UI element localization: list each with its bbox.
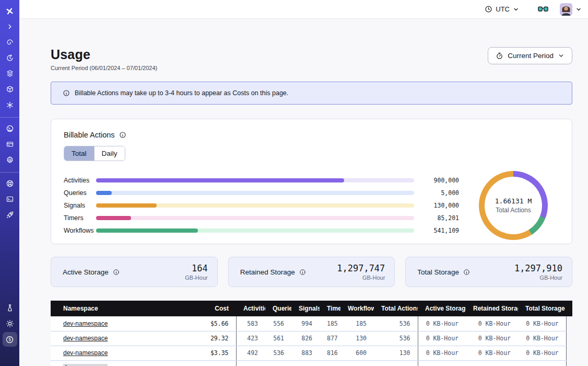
- sidebar-divider: [0, 117, 19, 118]
- chevron-down-icon: [558, 52, 565, 59]
- sidebar: $: [0, 0, 19, 366]
- queries-cell: 556: [265, 316, 291, 331]
- table-row: dev-namespace 29.32 423 561 826 877 130 …: [51, 331, 572, 346]
- info-icon[interactable]: [119, 131, 126, 139]
- signals-cell: 994: [291, 316, 320, 331]
- nexus-icon[interactable]: [3, 98, 17, 112]
- bar-row-queries: Queries 5,000: [64, 189, 459, 197]
- stopwatch-icon: [496, 52, 503, 60]
- storage-card-label: Active Storage: [63, 268, 109, 276]
- timers-cell: 816: [320, 346, 340, 360]
- table-row: dev-namespace: [51, 360, 572, 366]
- storage-value: 1,297,747: [337, 264, 385, 273]
- queries-cell: 561: [265, 331, 291, 346]
- bar-value: 5,000: [421, 189, 459, 197]
- bar-fill: [96, 191, 112, 195]
- activities-cell: 423: [236, 331, 265, 346]
- user-avatar[interactable]: [560, 3, 572, 16]
- support-icon[interactable]: [3, 177, 17, 190]
- namespace-link[interactable]: dev-namespace: [63, 335, 108, 342]
- cost-cell: $3.35: [184, 346, 236, 360]
- billing-icon[interactable]: [3, 138, 17, 151]
- table-row: dev-namespace $5.66 583 556 994 185 185 …: [51, 316, 572, 331]
- workflows-cell: 130: [340, 331, 374, 346]
- temporal-logo-icon[interactable]: [3, 4, 17, 18]
- bar-value: 130,000: [421, 202, 459, 209]
- table-header-row: Namespace Cost Activities Queries Signal…: [51, 301, 572, 316]
- usage-icon[interactable]: [3, 122, 17, 135]
- getting-started-rocket-icon[interactable]: [3, 208, 17, 222]
- period-dropdown-button[interactable]: Current Period: [488, 47, 572, 64]
- chevron-down-icon[interactable]: [575, 6, 582, 13]
- info-icon[interactable]: [113, 269, 120, 276]
- tab-total[interactable]: Total: [64, 146, 94, 161]
- billable-actions-title: Billable Actions: [64, 131, 115, 139]
- storage-value: 1,297,910: [514, 264, 562, 273]
- bar-value: 900,000: [421, 177, 459, 184]
- console-icon[interactable]: [3, 192, 17, 206]
- tab-daily[interactable]: Daily: [94, 146, 125, 161]
- page-subtitle: Current Period (06/01/2024 – 07/01/2024): [51, 65, 157, 71]
- timezone-label: UTC: [496, 5, 510, 13]
- column-header-signals: Signals: [291, 301, 320, 316]
- theme-sun-icon[interactable]: [3, 317, 17, 330]
- bar-track: [96, 178, 414, 182]
- column-header-active-storage: Active Storage: [418, 301, 466, 316]
- sidebar-divider: [0, 172, 19, 173]
- cost-cell: $5.66: [184, 316, 236, 331]
- bar-track: [96, 216, 414, 220]
- bar-track: [96, 228, 414, 233]
- total-storage-cell: 0 KB-Hour: [518, 346, 566, 360]
- bar-fill: [96, 216, 131, 220]
- namespace-link[interactable]: dev-namespace: [63, 364, 108, 366]
- bar-value: 85,201: [421, 214, 459, 222]
- column-header-queries: Queries: [265, 301, 291, 316]
- bar-label: Workflows: [64, 227, 96, 234]
- column-header-total-storage: Total Storage: [518, 301, 566, 316]
- retained-storage-cell: 0 KB-Hour: [466, 316, 518, 331]
- timers-cell: 185: [320, 316, 340, 331]
- bar-value: 541,109: [421, 227, 459, 234]
- signals-cell: 826: [291, 331, 320, 346]
- bar-track: [96, 191, 414, 195]
- namespace-usage-table: Namespace Cost Activities Queries Signal…: [51, 301, 572, 366]
- namespace-link[interactable]: dev-namespace: [63, 320, 108, 327]
- column-header-namespace: Namespace: [51, 301, 184, 316]
- bar-label: Timers: [64, 214, 96, 222]
- namespace-link[interactable]: dev-namespace: [63, 349, 108, 357]
- column-header-timers: Timers: [320, 301, 340, 316]
- donut-total-label: Total Actions: [496, 207, 531, 214]
- active-storage-cell: 0 KB-Hour: [418, 346, 466, 360]
- signals-cell: 883: [291, 346, 320, 360]
- clock-icon: [485, 5, 492, 13]
- retained-storage-cell: 0 KB-Hour: [466, 331, 518, 346]
- workflows-icon[interactable]: [3, 36, 17, 49]
- info-icon[interactable]: [463, 269, 470, 276]
- usage-page: Usage Current Period (06/01/2024 – 07/01…: [19, 19, 588, 366]
- info-icon: [63, 89, 70, 97]
- workflows-cell: 185: [340, 316, 374, 331]
- settings-gear-icon[interactable]: [3, 153, 17, 167]
- glasses-icon[interactable]: [537, 5, 549, 14]
- credits-coin-icon[interactable]: $: [3, 333, 17, 346]
- bar-fill: [96, 203, 157, 208]
- column-header-activities: Activities: [236, 301, 265, 316]
- deployments-icon[interactable]: [3, 83, 17, 96]
- labs-flask-icon[interactable]: [3, 301, 17, 315]
- storage-unit: GB-Hour: [337, 274, 385, 281]
- chevron-down-icon: [513, 6, 519, 13]
- schedules-icon[interactable]: [3, 51, 17, 65]
- activities-cell: 583: [236, 316, 265, 331]
- workflows-cell: 600: [340, 346, 374, 360]
- namespaces-icon[interactable]: [3, 67, 17, 81]
- expand-chevron-icon[interactable]: [3, 20, 17, 33]
- timezone-selector[interactable]: UTC: [480, 3, 523, 15]
- info-icon[interactable]: [299, 269, 306, 276]
- active-storage-cell: 0 KB-Hour: [418, 331, 466, 346]
- bar-track: [96, 203, 414, 208]
- bar-label: Activities: [64, 177, 96, 184]
- table-row: dev-namespace $3.35 492 536 883 816 600 …: [51, 346, 572, 360]
- total-storage-cell: 0 KB-Hour: [518, 316, 566, 331]
- total-actions-cell: 130: [374, 346, 418, 360]
- bar-row-timers: Timers 85,201: [64, 214, 459, 222]
